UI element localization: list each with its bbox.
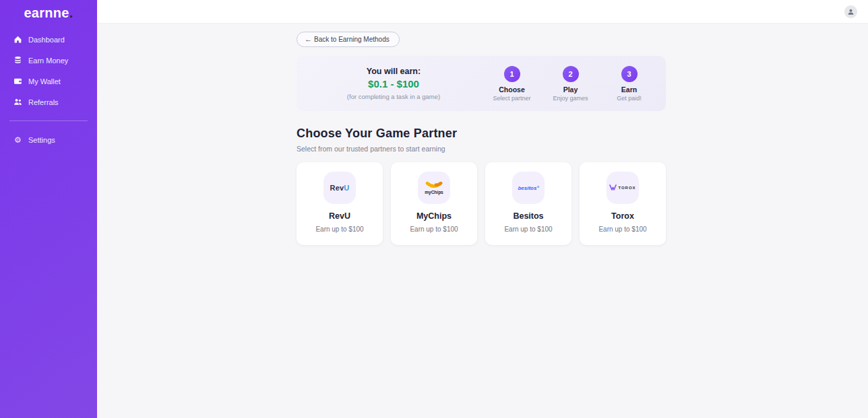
earn-steps: 1 Choose Select partner 2 Play Enjoy gam… [490, 66, 651, 102]
wallet-icon [13, 77, 22, 85]
step-title: Earn [607, 85, 651, 94]
sidebar-item-referrals[interactable]: Referrals [0, 92, 97, 112]
sidebar-item-label: My Wallet [28, 77, 61, 85]
step-title: Play [549, 85, 592, 94]
earn-note: (for completing a task in a game) [336, 93, 452, 100]
person-icon [847, 8, 855, 15]
step-subtitle: Get paid! [607, 95, 651, 102]
partner-name: MyChips [391, 211, 477, 221]
back-to-earning-methods-button[interactable]: ← Back to Earning Methods [297, 32, 400, 47]
partner-name: Besitos [485, 211, 571, 221]
partner-reward: Earn up to $100 [297, 225, 383, 233]
partner-name: Torox [580, 211, 666, 221]
earn-amount: $0.1 - $100 [336, 78, 452, 90]
earn-banner: You will earn: $0.1 - $100 (for completi… [297, 56, 666, 111]
step-subtitle: Enjoy games [549, 95, 592, 102]
mychips-logo-text: myChips [425, 190, 443, 195]
partner-card-torox[interactable]: TOROX Torox Earn up to $100 [580, 162, 666, 245]
step-choose: 1 Choose Select partner [490, 66, 534, 102]
torox-logo: TOROX [607, 172, 639, 204]
brand-dot: . [69, 5, 73, 20]
sidebar-nav: Dashboard Earn Money My Wallet [0, 29, 97, 150]
left-arrow-icon: ← [305, 36, 312, 43]
mychips-logo: myChips [418, 172, 450, 204]
partner-name: RevU [297, 211, 383, 221]
sidebar-divider [9, 120, 88, 121]
users-icon [13, 98, 22, 106]
partner-reward: Earn up to $100 [485, 225, 571, 233]
step-number-badge: 1 [504, 66, 520, 82]
partner-cards: RevU RevU Earn up to $100 myChips MyChip… [297, 162, 666, 245]
brand-name: earnne [24, 5, 69, 20]
user-avatar[interactable] [844, 5, 857, 18]
sidebar-item-my-wallet[interactable]: My Wallet [0, 71, 97, 92]
coins-icon [13, 56, 22, 65]
torox-glyph-icon [609, 184, 617, 191]
back-button-label: Back to Earning Methods [314, 36, 390, 43]
page-title: Choose Your Game Partner [297, 127, 666, 141]
step-number-badge: 2 [563, 66, 579, 82]
torox-logo-text: TOROX [618, 186, 636, 190]
step-title: Choose [490, 85, 534, 94]
sidebar-item-dashboard[interactable]: Dashboard [0, 29, 97, 50]
partner-card-besitos[interactable]: besitos° Besitos Earn up to $100 [485, 162, 571, 245]
revu-logo: RevU [323, 172, 356, 204]
brand-logo[interactable]: earnne. [0, 0, 97, 24]
earn-summary: You will earn: $0.1 - $100 (for completi… [336, 67, 452, 100]
revu-logo-text: Rev [330, 184, 344, 192]
sidebar-item-earn-money[interactable]: Earn Money [0, 50, 97, 71]
sidebar-item-label: Referrals [28, 98, 59, 106]
step-subtitle: Select partner [490, 95, 534, 102]
sidebar-item-label: Dashboard [28, 36, 65, 44]
sidebar-item-label: Settings [28, 136, 55, 144]
sidebar-item-label: Earn Money [28, 57, 68, 65]
gear-icon: ⚙ [13, 135, 22, 144]
step-earn: 3 Earn Get paid! [607, 66, 651, 102]
partner-reward: Earn up to $100 [580, 225, 666, 233]
partner-reward: Earn up to $100 [391, 225, 477, 233]
earn-title: You will earn: [336, 67, 452, 76]
step-play: 2 Play Enjoy games [549, 66, 592, 102]
page-subtitle: Select from our trusted partners to star… [297, 145, 666, 153]
content: ← Back to Earning Methods You will earn:… [297, 24, 666, 245]
step-number-badge: 3 [621, 66, 638, 82]
besitos-logo: besitos° [512, 172, 545, 204]
partner-card-revu[interactable]: RevU RevU Earn up to $100 [297, 162, 383, 245]
main-area: ← Back to Earning Methods You will earn:… [97, 0, 868, 418]
revu-logo-accent: U [344, 184, 349, 192]
besitos-logo-text: besitos° [518, 185, 538, 191]
top-bar [97, 0, 868, 24]
sidebar: earnne. Dashboard Earn Money [0, 0, 97, 418]
mychips-chip-icon [425, 182, 443, 189]
partner-card-mychips[interactable]: myChips MyChips Earn up to $100 [391, 162, 477, 245]
sidebar-item-settings[interactable]: ⚙ Settings [0, 129, 97, 150]
home-icon [13, 35, 22, 44]
